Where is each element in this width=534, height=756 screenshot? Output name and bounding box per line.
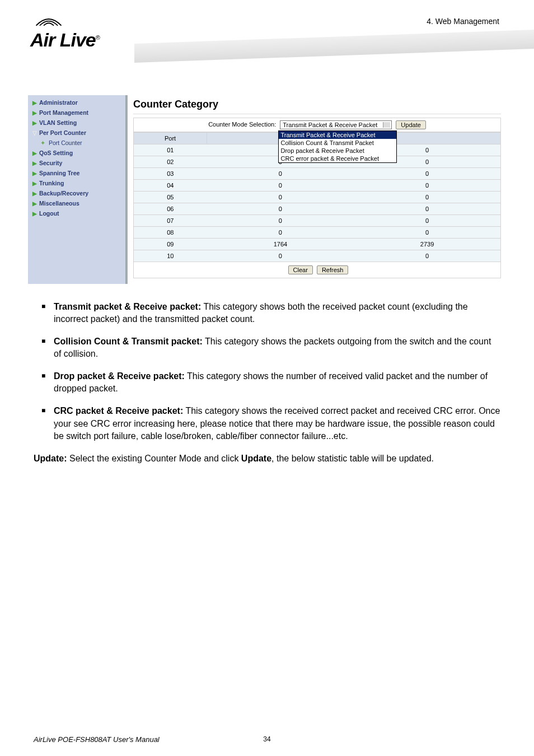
cell-rx: 0	[354, 180, 500, 192]
sidebar-item-miscellaneous[interactable]: ▶Miscellaneous	[28, 198, 125, 208]
cell-port: 04	[134, 180, 207, 192]
counter-mode-select[interactable]: Transmit Packet & Receive Packet	[280, 120, 392, 129]
chevron-right-icon: ▶	[32, 160, 37, 166]
cell-rx: 0	[354, 250, 500, 262]
table-row: 0300	[134, 168, 501, 180]
cell-port: 03	[134, 168, 207, 180]
update-note: Update: Select the existing Counter Mode…	[34, 452, 500, 465]
chapter-reference: 4. Web Management	[427, 17, 499, 26]
page-number: 34	[263, 735, 270, 743]
counter-mode-dropdown: Transmit Packet & Receive Packet Collisi…	[278, 130, 397, 163]
counter-mode-label: Counter Mode Selection:	[208, 121, 276, 128]
sidebar-item-label: Port Management	[39, 109, 88, 116]
dropdown-option[interactable]: CRC error packet & Receive Packet	[279, 155, 396, 162]
cell-port: 06	[134, 203, 207, 215]
divider	[133, 114, 501, 114]
sidebar-item-label: Spanning Tree	[39, 170, 79, 176]
sidebar-item-backup-recovery[interactable]: ▶Backup/Recovery	[28, 188, 125, 198]
panel-title: Counter Category	[133, 99, 501, 110]
cell-tx: 0	[207, 250, 354, 262]
sidebar-subitem-port-counter[interactable]: ✦Port Counter	[28, 138, 125, 148]
chevron-right-icon: ▶	[32, 110, 37, 116]
table-row: 0800	[134, 227, 501, 239]
leaf-icon: ✦	[40, 139, 45, 146]
cell-tx: 0	[207, 192, 354, 203]
table-row: 0400	[134, 180, 501, 192]
sidebar-item-per-port-counter[interactable]: ▽Per Port Counter	[28, 128, 125, 138]
chevron-right-icon: ▶	[32, 211, 37, 217]
brand-logo-text: Air Live®	[30, 29, 125, 51]
list-item: CRC packet & Receive packet: This catego…	[34, 405, 500, 442]
dropdown-option[interactable]: Collision Count & Transmit Packet	[279, 139, 396, 147]
brand-logo: Air Live®	[30, 11, 125, 51]
sidebar-item-vlan-setting[interactable]: ▶VLAN Setting	[28, 118, 125, 128]
embedded-screenshot: ▶Administrator ▶Port Management ▶VLAN Se…	[28, 95, 507, 284]
sidebar-nav: ▶Administrator ▶Port Management ▶VLAN Se…	[28, 95, 127, 284]
cell-port: 05	[134, 192, 207, 203]
sidebar-item-administrator[interactable]: ▶Administrator	[28, 97, 125, 108]
sidebar-item-logout[interactable]: ▶Logout	[28, 208, 125, 218]
sidebar-item-port-management[interactable]: ▶Port Management	[28, 108, 125, 118]
sidebar-item-trunking[interactable]: ▶Trunking	[28, 178, 125, 188]
wifi-arcs-icon	[34, 11, 64, 27]
cell-rx: 0	[354, 203, 500, 215]
chevron-right-icon: ▶	[32, 200, 37, 207]
sidebar-item-label: Per Port Counter	[39, 129, 86, 136]
chevron-right-icon: ▶	[32, 180, 37, 186]
table-row: 0700	[134, 215, 501, 227]
page-header: Air Live® 4. Web Management	[0, 0, 534, 73]
list-item: Transmit packet & Receive packet: This c…	[34, 301, 500, 325]
list-item: Drop packet & Receive packet: This categ…	[34, 370, 500, 395]
sidebar-item-label: Logout	[39, 210, 59, 217]
sidebar-item-qos-setting[interactable]: ▶QoS Setting	[28, 148, 125, 158]
sidebar-item-label: Administrator	[39, 99, 78, 106]
chevron-right-icon: ▶	[32, 120, 37, 126]
list-item: Collision Count & Transmit packet: This …	[34, 335, 500, 360]
sidebar-item-spanning-tree[interactable]: ▶Spanning Tree	[28, 168, 125, 178]
cell-port: 09	[134, 239, 207, 250]
chevron-right-icon: ▶	[32, 100, 37, 106]
counter-mode-row: Counter Mode Selection: Transmit Packet …	[133, 118, 501, 132]
cell-port: 08	[134, 227, 207, 239]
table-row: 1000	[134, 250, 501, 262]
sidebar-subitem-label: Port Counter	[49, 139, 82, 146]
cell-rx: 0	[354, 192, 500, 203]
page-footer: AirLive POE-FSH808AT User's Manual 34	[34, 735, 500, 744]
cell-port: 07	[134, 215, 207, 227]
update-button[interactable]: Update	[396, 120, 425, 129]
chevron-down-icon: ▽	[32, 130, 37, 136]
cell-tx: 1764	[207, 239, 354, 250]
cell-tx: 0	[207, 215, 354, 227]
refresh-button[interactable]: Refresh	[317, 265, 349, 274]
clear-button[interactable]: Clear	[288, 265, 313, 274]
col-port: Port	[134, 133, 207, 144]
cell-rx: 0	[354, 168, 500, 180]
cell-tx: 0	[207, 180, 354, 192]
cell-rx: 2739	[354, 239, 500, 250]
sidebar-item-label: Backup/Recovery	[39, 190, 88, 197]
cell-port: 01	[134, 144, 207, 156]
body-text: Transmit packet & Receive packet: This c…	[34, 301, 500, 442]
table-button-row: Clear Refresh	[133, 262, 501, 278]
cell-rx: 0	[354, 215, 500, 227]
dropdown-option[interactable]: Drop packet & Receive Packet	[279, 147, 396, 155]
chevron-right-icon: ▶	[32, 170, 37, 176]
cell-port: 10	[134, 250, 207, 262]
cell-port: 02	[134, 156, 207, 168]
header-diagonal-band	[134, 30, 534, 63]
sidebar-item-label: Trunking	[39, 180, 64, 186]
sidebar-item-security[interactable]: ▶Security	[28, 158, 125, 168]
table-row: 0600	[134, 203, 501, 215]
dropdown-option[interactable]: Transmit Packet & Receive Packet	[279, 131, 396, 139]
manual-title: AirLive POE-FSH808AT User's Manual	[34, 735, 160, 744]
cell-tx: 0	[207, 227, 354, 239]
cell-tx: 0	[207, 203, 354, 215]
chevron-right-icon: ▶	[32, 190, 37, 197]
cell-rx: 0	[354, 227, 500, 239]
content-panel: Counter Category Counter Mode Selection:…	[127, 95, 507, 284]
chevron-right-icon: ▶	[32, 150, 37, 156]
table-row: 0500	[134, 192, 501, 203]
sidebar-item-label: QoS Setting	[39, 150, 73, 156]
bullet-list: Transmit packet & Receive packet: This c…	[34, 301, 500, 442]
sidebar-item-label: VLAN Setting	[39, 119, 77, 126]
